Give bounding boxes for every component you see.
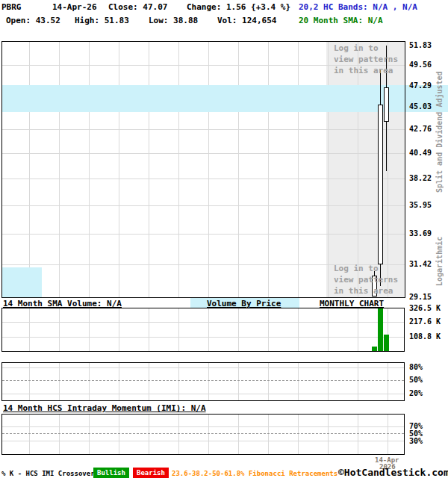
price-axis-label: 29.15 xyxy=(409,293,432,302)
quote-open: Open: 43.52 xyxy=(6,16,60,25)
price-axis-label: 51.83 xyxy=(409,41,432,50)
price-axis-label: 40.49 xyxy=(409,149,432,158)
stochastic-axis-label: 80% xyxy=(409,363,423,372)
volume-bar xyxy=(372,347,377,351)
price-axis-label: 45.03 xyxy=(409,102,432,111)
candle-layer xyxy=(2,42,405,297)
quote-date: 14-Apr-26 xyxy=(52,2,97,12)
volume-panel xyxy=(1,308,405,352)
lock-line: in this area xyxy=(334,285,393,297)
lock-line: view patterns xyxy=(334,274,398,285)
imi-gridline-70 xyxy=(2,426,404,427)
quote-high: High: 51.83 xyxy=(75,16,129,25)
imi-gridline-30 xyxy=(2,441,404,441)
volume-axis-label: 326.5 K xyxy=(409,304,441,313)
stochastic-gridline-80 xyxy=(2,367,404,368)
volume-bar-layer xyxy=(2,308,404,351)
lock-line: Log in to xyxy=(334,43,379,54)
hotcandlestick-monthly-chart: PBRG 14-Apr-26 Close: 47.07 Change: 1.56… xyxy=(0,0,448,478)
imi-axis-label: 30% xyxy=(409,437,423,446)
fibonacci-legend-label: 23.6-38.2-50-61.8% Fibonacci Retracement… xyxy=(172,470,337,478)
quote-volume: Vol: 124,654 xyxy=(217,16,276,25)
stochastic-axis-label: 50% xyxy=(409,376,423,385)
hc-bands-value: 20,2 HC Bands: N/A , N/A xyxy=(299,2,417,12)
ticker-symbol: PBRG xyxy=(1,2,22,12)
lock-line: Log in to xyxy=(334,263,379,274)
price-axis-label: 38.22 xyxy=(409,174,432,183)
bullish-badge: Bullish xyxy=(93,468,129,478)
main-chart: Log in to view patterns in this area Log… xyxy=(1,41,405,298)
candle-body xyxy=(384,87,389,122)
price-axis-label: 47.29 xyxy=(409,81,432,90)
axis-note-adjusted: Split and Dividend Adjusted xyxy=(435,66,444,193)
stochastic-gridline-50 xyxy=(2,380,404,381)
quote-change: Change: 1.56 {+3.4 %} xyxy=(187,2,290,12)
sma-value: 20 Month SMA: N/A xyxy=(299,16,383,25)
imi-panel xyxy=(1,414,405,455)
lock-line: in this area xyxy=(334,65,393,76)
stochastic-gridline-20 xyxy=(2,394,404,394)
price-axis-label: 31.42 xyxy=(409,260,432,269)
imi-panel-title: 14 Month HCS Intraday Momentum (IMI): N/… xyxy=(3,403,206,413)
stochastic-panel xyxy=(1,362,405,401)
volume-axis-label: 108.8 K xyxy=(409,332,441,341)
price-axis-label: 33.69 xyxy=(409,229,432,238)
crossover-legend-label: % K - HCS IMI Crossover, xyxy=(1,470,99,478)
copyright-label: ©HotCandlestick.com xyxy=(338,468,448,478)
candle-body xyxy=(378,105,383,265)
quote-close: Close: 47.07 xyxy=(108,2,167,12)
volume-bar xyxy=(378,308,383,351)
price-axis-label: 35.95 xyxy=(409,201,432,210)
price-axis-label: 49.56 xyxy=(409,60,432,69)
price-axis-label: 42.76 xyxy=(409,125,432,134)
lock-line: view patterns xyxy=(334,54,398,65)
imi-gridline-50 xyxy=(2,433,404,434)
volume-bar xyxy=(384,335,389,351)
quote-low: Low: 38.88 xyxy=(149,16,198,25)
bearish-badge: Bearish xyxy=(133,468,169,478)
stochastic-axis-label: 20% xyxy=(409,389,423,398)
axis-note-scale: Logarithmic xyxy=(435,226,444,286)
volume-axis-label: 217.6 K xyxy=(409,317,441,326)
